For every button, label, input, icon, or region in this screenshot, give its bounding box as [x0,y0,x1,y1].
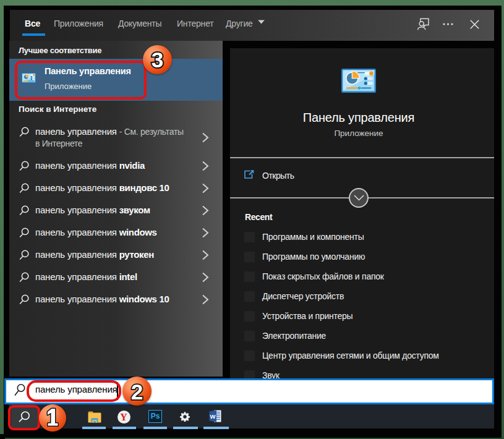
svg-text:3: 3 [152,48,163,72]
svg-text:W: W [210,413,216,420]
svg-text:2: 2 [131,379,143,403]
